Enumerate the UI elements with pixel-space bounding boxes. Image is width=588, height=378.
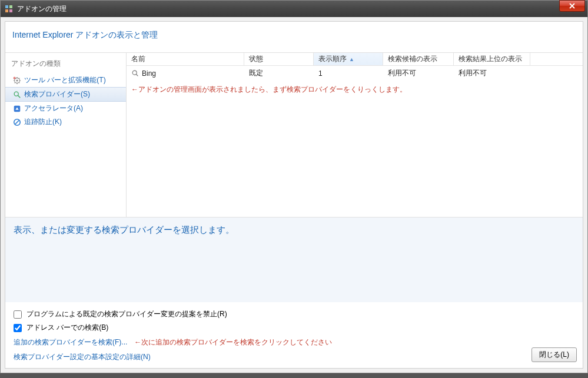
detail-pane: 表示、または変更する検索プロバイダーを選択します。 (5, 218, 583, 302)
find-more-providers-link[interactable]: 追加の検索プロバイダーを検索(F)... (14, 337, 127, 347)
sidebar: アドオンの種類 ツール バーと拡張機能(T) 検索プロバイダー(S) (5, 53, 127, 217)
cell-text: Bing (142, 69, 156, 78)
inner-frame: Internet Explorer アドオンの表示と管理 アドオンの種類 ツール… (5, 21, 583, 369)
content-area: Internet Explorer アドオンの表示と管理 アドオンの種類 ツール… (1, 17, 587, 373)
checkbox-input[interactable] (14, 324, 22, 332)
svg-rect-2 (5, 9, 8, 12)
cell-suggest: 利用不可 (383, 67, 454, 79)
cell-name: Bing (127, 68, 244, 79)
search-icon (12, 90, 22, 99)
app-icon (4, 4, 14, 14)
checkbox-addressbar-search[interactable]: アドレス バーでの検索(B) (14, 323, 574, 333)
sidebar-item-label: 追跡防止(K) (24, 117, 62, 127)
column-header-suggest[interactable]: 検索候補の表示 (383, 53, 454, 65)
column-label: 表示順序 (318, 54, 347, 64)
checkbox-label: アドレス バーでの検索(B) (26, 323, 108, 333)
cell-order: 1 (314, 68, 383, 79)
checkbox-label: プログラムによる既定の検索プロバイダー変更の提案を禁止(R) (26, 309, 227, 319)
annotation-link: ←次に追加の検索プロバイダーを検索をクリックしてください (134, 337, 332, 347)
sidebar-item-accelerators[interactable]: アクセラレータ(A) (5, 102, 126, 115)
sidebar-item-label: ツール バーと拡張機能(T) (24, 75, 106, 85)
table-header-row: 名前 状態 表示順序 ▲ 検索候補の表示 検索結果上位の表示 (127, 53, 583, 66)
table-row[interactable]: Bing 既定 1 利用不可 利用不可 (127, 66, 583, 81)
window-title: アドオンの管理 (17, 4, 584, 14)
svg-point-7 (14, 92, 18, 96)
svg-rect-0 (5, 5, 8, 8)
bottom-pane: プログラムによる既定の検索プロバイダー変更の提案を禁止(R) アドレス バーでの… (5, 302, 583, 368)
cell-status: 既定 (244, 67, 314, 79)
svg-line-11 (15, 120, 19, 124)
svg-rect-3 (9, 9, 12, 12)
checkbox-prevent-default-change[interactable]: プログラムによる既定の検索プロバイダー変更の提案を禁止(R) (14, 309, 574, 319)
checkbox-input[interactable] (14, 310, 22, 319)
sidebar-item-label: アクセラレータ(A) (24, 103, 83, 113)
window-close-button[interactable] (559, 0, 585, 12)
sidebar-heading: アドオンの種類 (5, 59, 126, 73)
column-header-top[interactable]: 検索結果上位の表示 (454, 53, 530, 65)
body-split: アドオンの種類 ツール バーと拡張機能(T) 検索プロバイダー(S) (5, 53, 583, 218)
svg-point-5 (16, 79, 18, 81)
annotation-main: ←アドオンの管理画面が表示されましたら、まず検索プロバイダーをくりっくします。 (127, 81, 583, 98)
sidebar-item-toolbars[interactable]: ツール バーと拡張機能(T) (5, 73, 126, 87)
provider-settings-details-link[interactable]: 検索プロバイダー設定の基本設定の詳細(N) (14, 352, 151, 362)
manage-addons-window: アドオンの管理 Internet Explorer アドオンの表示と管理 アドオ… (0, 0, 588, 373)
accelerator-icon (12, 104, 22, 113)
column-header-status[interactable]: 状態 (244, 53, 314, 65)
link-row-1: 追加の検索プロバイダーを検索(F)... ←次に追加の検索プロバイダーを検索をク… (14, 337, 574, 347)
main-pane: 名前 状態 表示順序 ▲ 検索候補の表示 検索結果上位の表示 (127, 53, 583, 217)
sidebar-item-search-providers[interactable]: 検索プロバイダー(S) (5, 87, 126, 102)
header-band: Internet Explorer アドオンの表示と管理 (5, 22, 583, 53)
sidebar-item-tracking-protection[interactable]: 追跡防止(K) (5, 115, 126, 129)
svg-line-8 (18, 95, 20, 98)
close-button[interactable]: 閉じる(L) (531, 347, 577, 362)
page-title: Internet Explorer アドオンの表示と管理 (12, 30, 576, 41)
search-provider-icon (131, 69, 139, 78)
link-row-2: 検索プロバイダー設定の基本設定の詳細(N) (14, 352, 574, 362)
column-header-order[interactable]: 表示順序 ▲ (314, 53, 383, 65)
block-icon (12, 118, 22, 127)
gear-icon (12, 76, 22, 85)
svg-rect-1 (9, 5, 12, 8)
sidebar-item-label: 検索プロバイダー(S) (24, 89, 90, 99)
detail-message: 表示、または変更する検索プロバイダーを選択します。 (14, 225, 574, 236)
sort-ascending-icon: ▲ (349, 56, 354, 62)
column-header-name[interactable]: 名前 (127, 53, 244, 65)
svg-line-13 (136, 74, 138, 76)
cell-top: 利用不可 (454, 67, 530, 79)
titlebar[interactable]: アドオンの管理 (1, 1, 587, 17)
svg-point-12 (132, 71, 137, 75)
